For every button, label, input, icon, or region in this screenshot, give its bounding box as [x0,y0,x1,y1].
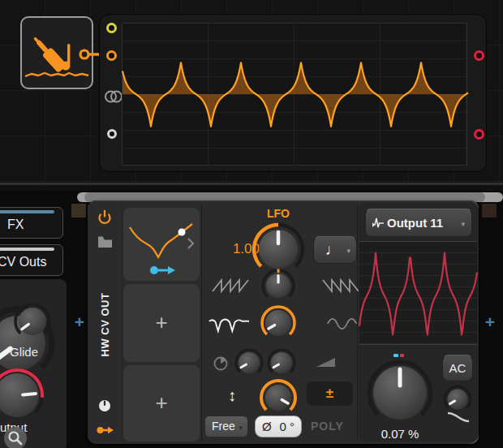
cv-route-icon[interactable] [97,424,114,436]
plus-icon: + [123,310,200,335]
lfo-curve-preview [123,208,200,281]
ramp-icon [315,355,337,368]
fx-tab-accent [0,210,54,213]
phase-field[interactable]: Ø 0 ° [255,416,302,437]
quarter-note-icon: ♩ [325,241,341,259]
panel-divider[interactable] [0,183,503,191]
fx-tab-label: FX [7,218,24,232]
modulation-route-icon [150,266,175,274]
port-red-1[interactable] [474,50,484,61]
sine-wave-icon[interactable] [325,316,362,332]
lfo-mode-dropdown[interactable]: Free ▾ [204,416,248,437]
spike-wave-icon-selected[interactable] [208,314,252,334]
add-modulator-tile-2[interactable]: + [123,365,200,442]
output-scope-waveform [359,242,477,345]
scope-display [122,23,467,166]
lfo-curve-amount-knob[interactable] [260,304,297,342]
device-header-divider [122,204,123,441]
saw-up-wave-icon[interactable] [211,276,250,294]
phase-value: 0 ° [279,420,294,433]
left-output-knob[interactable] [0,367,45,424]
sync-note-dropdown[interactable]: ♩ ▾ [313,236,357,264]
port-yellow[interactable] [106,23,117,33]
lfo-depth-knob[interactable] [257,377,299,419]
lfo-shape-knob[interactable] [261,269,295,303]
output-depth-knob[interactable] [364,357,436,429]
phase-symbol: Ø [262,420,272,433]
add-modulator-tile-1[interactable]: + [123,284,200,362]
output-scope-display [359,241,477,345]
add-device-left-button[interactable]: + [71,314,88,332]
left-device-panel: t Glide utput [0,279,67,448]
device-name-vertical[interactable]: HW CV OUT [99,293,111,357]
port-red-2[interactable] [474,129,484,140]
saw-down-wave-icon[interactable] [321,276,360,294]
timebase-icon[interactable] [98,399,111,412]
grid-scope-waveform [123,24,468,166]
poly-label: POLY [311,420,348,433]
output-selector-dropdown[interactable]: Output 11 ▾ [365,209,472,237]
chevron-down-icon: ▾ [239,424,243,432]
output-depth-value[interactable]: 0.07 % [368,427,432,441]
port-white[interactable] [107,129,117,139]
fade-in-knob[interactable] [234,348,264,377]
background-swatch-left [71,204,86,218]
grid-editor-background [0,0,503,189]
magnifier-icon[interactable] [2,425,28,448]
layer-tab-cv-outs[interactable]: CV Outs [0,244,63,276]
cv-outs-tab-label: CV Outs [0,255,46,269]
output-selector-value: Output 11 [387,216,443,230]
glide-label: Glide [10,345,38,359]
layer-tab-fx[interactable]: FX [0,207,63,239]
plus-icon: + [123,390,200,416]
lfo-title: LFO [246,207,311,220]
port-orange-input[interactable] [106,50,117,61]
lfo-mode-value: Free [212,420,235,433]
smoothing-knob[interactable] [443,385,472,414]
glide-knob[interactable] [15,304,50,339]
cv-outs-tab-accent [0,248,54,251]
signal-impulse-icon [372,217,385,230]
chevron-down-icon: ▾ [461,220,465,228]
bipolar-toggle-button[interactable]: ± [307,381,353,406]
background-swatch-right [482,204,497,218]
delay-knob[interactable] [267,348,296,377]
chevron-down-icon: ▾ [346,247,350,255]
ac-mode-button[interactable]: AC [442,355,473,381]
pie-mode-icon[interactable] [213,355,229,372]
expand-chevron-icon [188,239,193,248]
power-icon[interactable] [97,210,112,225]
updown-arrows-icon[interactable]: ↕ [224,386,240,407]
add-device-right-button[interactable]: + [482,314,498,332]
folder-icon[interactable] [97,235,113,248]
column-divider [201,204,202,441]
slew-curve-icon [445,411,471,424]
lfo-modulator-tile[interactable] [123,208,200,281]
